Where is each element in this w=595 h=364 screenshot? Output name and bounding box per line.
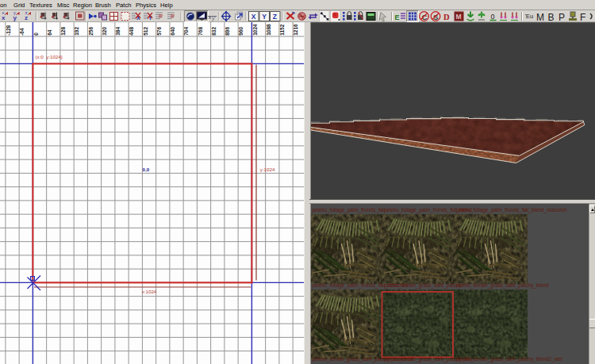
svg-text:peleliu_terrain_grass_dark_pat: peleliu_terrain_grass_dark_patchy_blend2…	[455, 356, 562, 362]
svg-text:1152: 1152	[279, 24, 285, 35]
svg-text:P: P	[559, 12, 565, 23]
svg-text:x: x	[2, 14, 6, 21]
svg-text:on: on	[0, 2, 6, 9]
svg-text:448: 448	[129, 27, 134, 36]
svg-text:960: 960	[238, 27, 244, 36]
svg-text:640: 640	[170, 27, 175, 36]
svg-text:Textures: Textures	[29, 2, 52, 9]
svg-text:x:1024: x:1024	[142, 289, 157, 294]
svg-text:x: x	[2, 10, 5, 15]
svg-text:peleliu_terrain_grass_dark_pat: peleliu_terrain_grass_dark_patchy	[384, 282, 462, 289]
svg-text:1216: 1216	[293, 24, 298, 36]
svg-text:896: 896	[225, 27, 230, 36]
svg-text:1088: 1088	[266, 24, 271, 36]
svg-text:F: F	[580, 12, 585, 23]
svg-text:0,0: 0,0	[143, 167, 150, 172]
svg-text:Grid: Grid	[13, 2, 25, 9]
svg-text:peleliu_foliage_palm_fronds_fl: peleliu_foliage_palm_fronds_flat	[312, 207, 385, 213]
svg-text:Physics: Physics	[136, 2, 156, 9]
svg-text:64: 64	[47, 29, 52, 36]
svg-text:1024: 1024	[252, 24, 258, 36]
svg-text:y: y	[13, 14, 17, 21]
svg-text:B: B	[548, 12, 555, 23]
svg-text:768: 768	[198, 27, 203, 36]
svg-text:Y: Y	[262, 13, 267, 21]
svg-text:384: 384	[115, 27, 121, 36]
svg-text:-128: -128	[6, 25, 11, 35]
svg-text:(x:0 y:1024): (x:0 y:1024)	[36, 54, 63, 59]
svg-text:512: 512	[143, 27, 148, 36]
svg-text:z: z	[25, 14, 28, 21]
svg-text:y:1024: y:1024	[260, 167, 275, 172]
svg-text:128: 128	[60, 27, 66, 36]
svg-text:704: 704	[183, 27, 189, 36]
svg-text:0: 0	[491, 13, 495, 21]
svg-text:M: M	[536, 12, 544, 23]
svg-text:Region: Region	[73, 2, 92, 9]
svg-text:M: M	[456, 13, 462, 21]
svg-text:576: 576	[156, 27, 162, 36]
svg-text:peleliu_terrain_grass_dark_pat: peleliu_terrain_grass_dark_patchy_blend	[455, 282, 548, 289]
svg-text:256: 256	[88, 27, 94, 36]
svg-text:z: z	[25, 10, 28, 15]
svg-text:832: 832	[211, 27, 217, 36]
svg-text:192: 192	[74, 27, 79, 36]
svg-text:-64: -64	[19, 28, 25, 36]
svg-text:Z: Z	[273, 13, 277, 21]
svg-text:y: y	[13, 10, 16, 15]
svg-text:E: E	[395, 13, 400, 21]
svg-text:Έu: Έu	[524, 13, 533, 20]
svg-text:X: X	[251, 13, 256, 21]
svg-text:D: D	[443, 13, 450, 21]
svg-text:peleliu_foliage_palm_fronds_fl: peleliu_foliage_palm_fronds_flat_blend_n…	[455, 207, 567, 213]
svg-text:Patch: Patch	[116, 2, 131, 9]
svg-text:Brush: Brush	[95, 2, 111, 9]
svg-text:Misc: Misc	[57, 2, 70, 9]
svg-text:0: 0	[33, 33, 39, 36]
svg-text:320: 320	[102, 27, 107, 36]
svg-text:Help: Help	[160, 2, 173, 9]
